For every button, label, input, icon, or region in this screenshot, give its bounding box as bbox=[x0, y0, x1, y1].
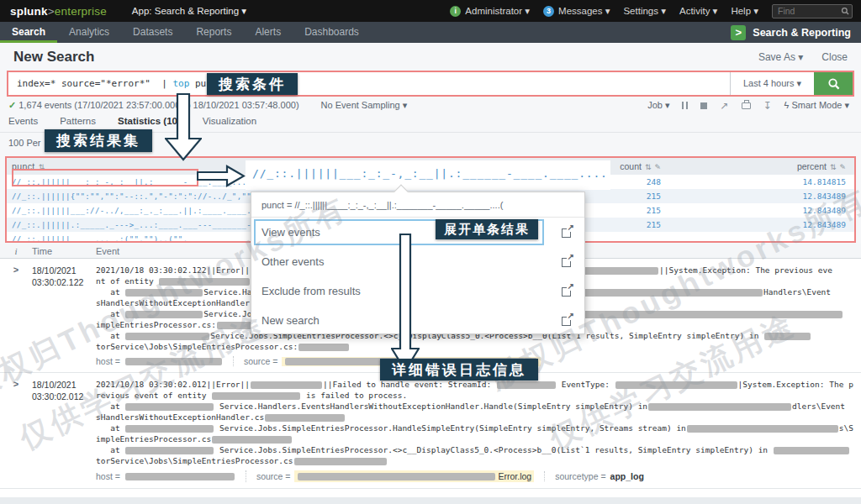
sort-icon[interactable]: ⇅ bbox=[39, 163, 45, 171]
appbar-tab-alerts[interactable]: Alerts bbox=[243, 22, 293, 43]
percent-value[interactable]: 12.843489 bbox=[661, 192, 854, 201]
expand-chevron-icon[interactable]: > bbox=[0, 265, 32, 366]
app-title: Search & Reporting bbox=[753, 27, 851, 39]
appbar-tab-dashboards[interactable]: Dashboards bbox=[293, 22, 371, 43]
sort-icon[interactable]: ⇅ bbox=[830, 163, 837, 171]
event-text-segment: sHandlersWithoutExceptionHandler bbox=[96, 298, 250, 307]
per-page-dropdown[interactable]: 100 Per bbox=[8, 138, 41, 148]
redacted-block bbox=[298, 344, 349, 351]
event-text-segment: 2021/10/18 03:30:02.012||Error|| bbox=[96, 380, 250, 389]
share-icon[interactable]: ↗ bbox=[720, 102, 728, 110]
popup-item-exclude-from-results[interactable]: Exclude from results bbox=[251, 276, 584, 306]
redacted-block bbox=[125, 425, 214, 433]
popup-field-value: punct = //_::.||||||____:_:_-,_:__||.:__… bbox=[251, 192, 584, 218]
expand-chevron-icon[interactable]: > bbox=[0, 379, 32, 482]
pause-icon[interactable] bbox=[682, 102, 688, 109]
logo-splunk: splunk bbox=[10, 5, 48, 18]
find-search-box bbox=[772, 4, 853, 18]
edit-column-icon[interactable]: ✎ bbox=[839, 163, 846, 171]
app-menu-dropdown[interactable]: App: Search & Reporting ▾ bbox=[132, 5, 246, 17]
field-sourcetype[interactable]: sourcetype =app_log bbox=[544, 471, 644, 481]
job-menu[interactable]: Job ▾ bbox=[647, 100, 669, 111]
event-text-segment: at bbox=[96, 423, 124, 433]
event-time: 03:30:02.122 bbox=[32, 276, 96, 288]
sort-icon[interactable]: ⇅ bbox=[645, 163, 652, 171]
save-as-button[interactable]: Save As ▾ bbox=[758, 51, 803, 63]
event-line: at Service.Handlers.EventsHandlersWithou… bbox=[96, 401, 854, 412]
redacted-block bbox=[251, 381, 322, 389]
redacted-block bbox=[125, 311, 203, 318]
appbar-tab-reports[interactable]: Reports bbox=[184, 22, 243, 43]
field-actions-popup: punct = //_::.||||||____:_:_-,_:__||.:__… bbox=[251, 192, 585, 334]
settings-menu[interactable]: Settings ▾ bbox=[623, 5, 666, 17]
redacted-block bbox=[648, 403, 791, 411]
percent-value[interactable]: 12.843489 bbox=[661, 206, 854, 215]
smart-mode-dropdown[interactable]: ϟ Smart Mode ▾ bbox=[784, 100, 849, 111]
splunk-logo[interactable]: splunk>enterprise bbox=[10, 5, 107, 18]
external-link-icon bbox=[562, 256, 573, 267]
appbar-tabs: SearchAnalyticsDatasetsReportsAlertsDash… bbox=[0, 22, 371, 43]
percent-value[interactable]: 12.843489 bbox=[661, 220, 854, 229]
appbar-tab-datasets[interactable]: Datasets bbox=[121, 22, 184, 43]
event-text-segment: Service.Jobs.SimpleEntriesProcessor.<>c_… bbox=[214, 445, 772, 454]
field-value-text: Error.log bbox=[498, 471, 531, 481]
event-line: torService\Jobs\SimpleEntriesProcessor.c… bbox=[96, 455, 854, 466]
redacted-block bbox=[774, 447, 849, 454]
stop-icon[interactable] bbox=[700, 102, 707, 109]
messages-menu[interactable]: 3Messages ▾ bbox=[543, 5, 610, 17]
event-text-segment: Service.Jobs.SimpleEntriesProcessor.Hand… bbox=[214, 423, 686, 433]
bolt-icon: ϟ bbox=[784, 100, 790, 110]
result-tab-events[interactable]: Events bbox=[8, 116, 38, 132]
event-line: sHandlersWithoutExceptionHandler.cs bbox=[96, 412, 854, 423]
event-raw-text: 2021/10/18 03:30:02.012||Error||||Failed… bbox=[96, 379, 854, 482]
event-text-segment: at bbox=[96, 445, 124, 454]
print-icon[interactable] bbox=[742, 102, 751, 109]
query-text: index=* source="*error*" | bbox=[17, 78, 172, 89]
help-menu[interactable]: Help ▾ bbox=[731, 5, 758, 17]
logo-enterprise: enterprise bbox=[55, 5, 107, 18]
administrator-menu[interactable]: iAdministrator ▾ bbox=[450, 5, 530, 17]
event-timestamp: 18/10/202103:30:02.012 bbox=[32, 379, 96, 482]
field-host[interactable]: host = bbox=[96, 471, 235, 481]
redacted-block bbox=[212, 436, 292, 444]
search-bar: index=* source="*error*" | top punct Las… bbox=[7, 71, 854, 97]
selected-punct-value[interactable]: //_::.||||||___:_:_-,_:__||.:______-____… bbox=[252, 167, 609, 180]
result-tab-visualization[interactable]: Visualization bbox=[203, 116, 256, 132]
export-icon[interactable]: ↧ bbox=[763, 102, 772, 110]
search-query-input[interactable]: index=* source="*error*" | top punct bbox=[8, 72, 730, 95]
popup-item-label: View events bbox=[261, 226, 320, 239]
event-text-segment: impleEntriesProcessor.cs bbox=[96, 434, 211, 444]
popup-item-new-search[interactable]: New search bbox=[251, 306, 584, 335]
appbar-tab-search[interactable]: Search bbox=[0, 22, 57, 43]
search-reporting-app-icon[interactable]: > bbox=[731, 25, 746, 40]
event-sampling-dropdown[interactable]: No Event Sampling ▾ bbox=[321, 100, 408, 111]
event-time: 03:30:02.012 bbox=[32, 391, 96, 402]
search-icon bbox=[827, 77, 840, 90]
close-button[interactable]: Close bbox=[821, 51, 848, 63]
page-title: New Search bbox=[13, 49, 94, 66]
field-label: source = bbox=[256, 471, 291, 481]
search-button[interactable] bbox=[814, 72, 853, 95]
edit-column-icon[interactable]: ✎ bbox=[654, 163, 661, 171]
event-line: revious event of entity is failed to pro… bbox=[96, 390, 854, 401]
redacted-block bbox=[125, 403, 214, 411]
info-column-header: i bbox=[0, 246, 32, 256]
field-value[interactable]: app_log bbox=[610, 471, 644, 481]
popup-item-other-events[interactable]: Other events bbox=[251, 247, 584, 276]
event-text-segment: at bbox=[96, 287, 124, 297]
event-text-segment: EventType: bbox=[557, 380, 615, 389]
event-date: 18/10/2021 bbox=[32, 265, 96, 276]
check-icon: ✓ bbox=[8, 100, 16, 110]
field-host[interactable]: host = bbox=[96, 356, 223, 366]
field-source[interactable]: source =Error.log bbox=[246, 470, 534, 482]
splunk-app-window: splunk>enterprise App: Search & Reportin… bbox=[0, 0, 861, 504]
appbar-tab-analytics[interactable]: Analytics bbox=[57, 22, 121, 43]
app-nav-bar: SearchAnalyticsDatasetsReportsAlertsDash… bbox=[0, 22, 861, 43]
time-range-picker[interactable]: Last 4 hours ▾ bbox=[730, 72, 814, 95]
activity-menu[interactable]: Activity ▾ bbox=[679, 5, 717, 17]
annotation-result-set: 搜索结果集 bbox=[45, 129, 152, 152]
percent-value[interactable]: 14.814815 bbox=[661, 177, 854, 186]
percent-column-header[interactable]: percent⇅✎ bbox=[661, 161, 854, 171]
annotation-search-condition: 搜索条件 bbox=[207, 73, 298, 95]
redacted-block bbox=[497, 381, 556, 389]
